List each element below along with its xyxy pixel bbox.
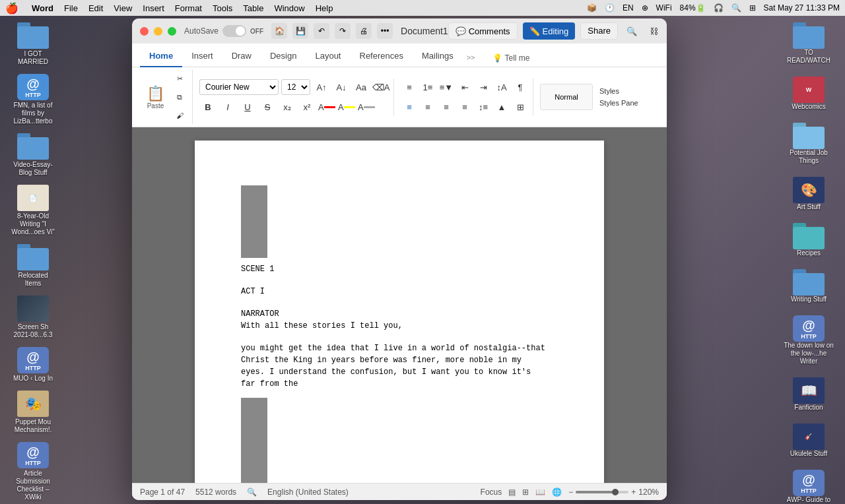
desktop-icon-fmn[interactable]: @HTTP FMN, a list of films by LizBa...tt… xyxy=(7,71,59,128)
styles-preview[interactable]: Normal xyxy=(540,84,593,110)
zoom-slider[interactable] xyxy=(576,491,628,493)
styles-pane-btn[interactable]: Styles Pane xyxy=(595,98,642,108)
cut-button[interactable]: ✂ xyxy=(171,70,188,87)
copy-button[interactable]: ⧉ xyxy=(171,88,188,106)
menubar-tools[interactable]: Tools xyxy=(213,3,232,13)
desktop-icon-muo[interactable]: @HTTP MUO ‹ Log In xyxy=(7,344,59,385)
desktop-icon-down-low[interactable]: @HTTP The down low on the low-...he Writ… xyxy=(779,313,838,368)
print-icon-btn[interactable]: 🖨 xyxy=(356,23,372,39)
read-mode-icon[interactable]: 📖 xyxy=(535,488,545,497)
desktop-icon-relocated[interactable]: Relocated Items xyxy=(7,241,59,290)
shading-btn[interactable]: ▲ xyxy=(493,98,510,115)
align-center-btn[interactable]: ≡ xyxy=(419,98,436,115)
styles-label-btn[interactable]: Styles xyxy=(595,86,642,96)
menubar-view[interactable]: View xyxy=(114,3,132,13)
paste-button[interactable]: 📋 Paste xyxy=(141,84,170,111)
autosave-toggle[interactable] xyxy=(222,25,246,37)
tab-insert[interactable]: Insert xyxy=(182,46,222,67)
desktop-icon-recipes[interactable]: Recipes xyxy=(790,220,827,260)
menubar-window[interactable]: Window xyxy=(274,3,304,13)
tab-more[interactable]: >> xyxy=(463,48,479,67)
share-button[interactable]: Share xyxy=(580,22,618,40)
highlight-color-btn[interactable]: A xyxy=(338,98,355,115)
tab-mailings[interactable]: Mailings xyxy=(413,46,463,67)
increase-font-btn[interactable]: A↑ xyxy=(313,79,330,96)
numbering-btn[interactable]: 1≡ xyxy=(419,79,436,96)
menubar-edit[interactable]: Edit xyxy=(88,3,103,13)
focus-btn[interactable]: Focus xyxy=(481,488,502,497)
superscript-button[interactable]: x² xyxy=(298,98,316,115)
save-icon-btn[interactable]: 💾 xyxy=(292,23,308,39)
change-case-btn[interactable]: Aa xyxy=(353,79,370,96)
zoom-out-btn[interactable]: − xyxy=(568,488,573,497)
zoom-in-btn[interactable]: + xyxy=(631,488,636,497)
titlebar-search-btn[interactable]: 🔍 xyxy=(623,22,640,40)
minimize-button[interactable] xyxy=(154,27,162,36)
apple-menu[interactable]: 🍎 xyxy=(5,2,18,15)
decrease-indent-btn[interactable]: ⇤ xyxy=(456,79,473,96)
titlebar-connect-btn[interactable]: ⛓ xyxy=(646,22,663,40)
menubar-word[interactable]: Word xyxy=(32,3,53,13)
desktop-icon-video-essay[interactable]: Video-Essay-Blog Stuff xyxy=(7,131,59,179)
strikethrough-button[interactable]: S xyxy=(259,98,276,115)
desktop-icon-writing-stuff[interactable]: Writing Stuff xyxy=(788,267,829,306)
desktop-icon-awp[interactable]: @HTTP AWP- Guide to Writing Programs xyxy=(779,467,838,504)
comments-button[interactable]: 💬 Comments xyxy=(448,22,518,40)
menubar-format[interactable]: Format xyxy=(175,3,202,13)
proofread-icon[interactable]: 🔍 xyxy=(247,488,257,497)
redo-icon-btn[interactable]: ↷ xyxy=(335,23,351,39)
home-icon-btn[interactable]: 🏠 xyxy=(271,23,287,39)
underline-button[interactable]: U xyxy=(239,98,256,115)
line-spacing-btn[interactable]: ↕≡ xyxy=(475,98,492,115)
view-layout-icon[interactable]: ⊞ xyxy=(522,488,529,497)
font-name-select[interactable]: Courier New xyxy=(199,79,279,95)
desktop-icon-webcomics[interactable]: W Webcomics xyxy=(789,74,828,113)
close-button[interactable] xyxy=(140,27,149,36)
desktop-icon-potential-job[interactable]: Potential Job Things xyxy=(779,120,838,168)
desktop-icon-screenshot[interactable]: Screen Sh 2021-08...6.3 xyxy=(7,293,59,342)
show-marks-btn[interactable]: ¶ xyxy=(512,79,529,96)
tell-me-btn[interactable]: 💡 Tell me xyxy=(485,49,538,67)
document-area[interactable]: SCENE 1 ACT I NARRATOR With all these st… xyxy=(132,127,667,483)
decrease-font-btn[interactable]: A↓ xyxy=(333,79,350,96)
desktop-icon-fanfiction[interactable]: 📖 Fanfiction xyxy=(790,375,827,414)
maximize-button[interactable] xyxy=(168,27,176,36)
italic-button[interactable]: I xyxy=(219,98,236,115)
control-center-icon[interactable]: ⊞ xyxy=(749,3,756,13)
font-color-btn[interactable]: A xyxy=(318,98,335,115)
menubar-table[interactable]: Table xyxy=(243,3,263,13)
desktop-icon-8year-old[interactable]: 📄 8-Year-Old Writing "I Wond...oes Vi" xyxy=(7,182,59,239)
search-icon[interactable]: 🔍 xyxy=(731,3,741,13)
desktop-icon-to-read-watch[interactable]: TO READ/WATCH xyxy=(779,20,838,67)
justify-btn[interactable]: ≡ xyxy=(456,98,473,115)
bullets-btn[interactable]: ≡ xyxy=(401,79,418,96)
increase-indent-btn[interactable]: ⇥ xyxy=(475,79,492,96)
tab-layout[interactable]: Layout xyxy=(306,46,350,67)
tab-design[interactable]: Design xyxy=(261,46,306,67)
text-effect-btn[interactable]: A xyxy=(358,98,375,115)
menubar-help[interactable]: Help xyxy=(316,3,333,13)
editing-button[interactable]: ✏️ Editing xyxy=(523,22,576,40)
desktop-icon-article-sub[interactable]: @HTTP Article Submission Checklist – XWi… xyxy=(7,439,59,504)
subscript-button[interactable]: x₂ xyxy=(279,98,296,115)
bold-button[interactable]: B xyxy=(199,98,217,115)
tab-home[interactable]: Home xyxy=(140,46,182,67)
clear-format-btn[interactable]: ⌫A xyxy=(372,79,389,96)
sort-btn[interactable]: ↕A xyxy=(493,79,510,96)
tab-references[interactable]: References xyxy=(351,46,413,67)
desktop-icon-puppet[interactable]: 🎭 Puppet Mou Mechanism!. xyxy=(7,388,59,437)
tab-draw[interactable]: Draw xyxy=(222,46,261,67)
menubar-file[interactable]: File xyxy=(64,3,78,13)
view-normal-icon[interactable]: ▤ xyxy=(508,488,516,497)
desktop-icon-i-got-married[interactable]: I GOT MARRIED xyxy=(7,20,59,69)
desktop-icon-art-stuff[interactable]: 🎨 Art Stuff xyxy=(790,174,827,214)
more-titlebar-btn[interactable]: ••• xyxy=(377,23,393,39)
font-size-select[interactable]: 12 xyxy=(281,79,310,95)
desktop-icon-ukulele[interactable]: 🎸 Ukulele Stuff xyxy=(788,421,830,460)
view-web-icon[interactable]: 🌐 xyxy=(552,488,562,497)
document-content[interactable]: SCENE 1 ACT I NARRATOR With all these st… xyxy=(241,263,558,390)
language[interactable]: English (United States) xyxy=(267,488,349,497)
format-painter-btn[interactable]: 🖌 xyxy=(171,107,188,124)
menubar-insert[interactable]: Insert xyxy=(143,3,164,13)
align-right-btn[interactable]: ≡ xyxy=(438,98,455,115)
